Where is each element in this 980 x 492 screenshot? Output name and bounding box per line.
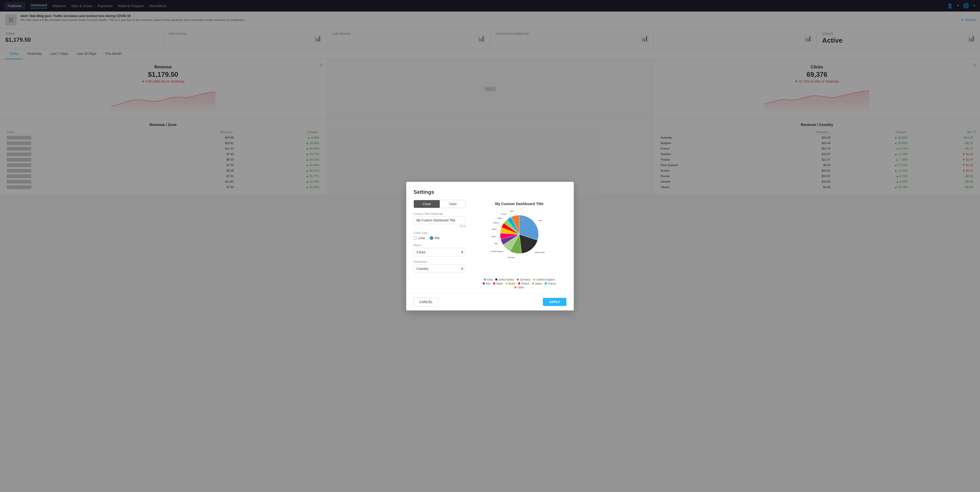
modal-overlay[interactable]: Settings Chart Table Custom Title (Optio… <box>0 0 980 194</box>
modal-title: Settings <box>414 189 466 194</box>
settings-modal: Settings Chart Table Custom Title (Optio… <box>406 182 574 194</box>
